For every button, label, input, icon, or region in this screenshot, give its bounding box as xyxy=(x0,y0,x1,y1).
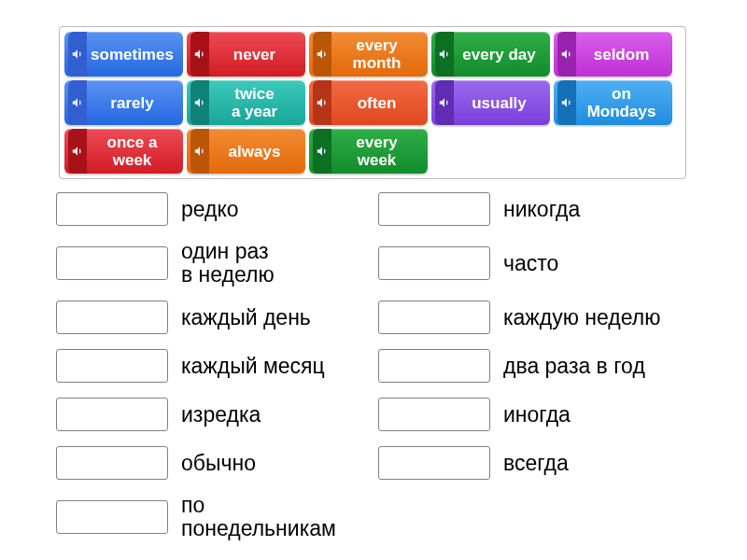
answer-row: никогда xyxy=(378,191,700,227)
answer-label: изредка xyxy=(181,403,261,427)
speaker-icon[interactable] xyxy=(313,32,331,77)
speaker-icon[interactable] xyxy=(313,129,331,174)
drop-target[interactable] xyxy=(378,349,490,383)
answer-label: обычно xyxy=(181,452,256,475)
speaker-icon[interactable] xyxy=(435,80,454,125)
answer-label: всегда xyxy=(503,452,569,475)
answer-row: один раз в неделю xyxy=(56,240,378,287)
answer-row: редко xyxy=(56,191,378,227)
speaker-icon[interactable] xyxy=(313,80,331,125)
word-tile-label: twice a year xyxy=(209,85,305,120)
speaker-icon[interactable] xyxy=(68,129,87,174)
answer-label: каждый месяц xyxy=(181,355,325,378)
word-tile[interactable]: always xyxy=(187,129,305,174)
word-tile-label: every week xyxy=(331,133,428,169)
word-tile[interactable]: every week xyxy=(309,129,428,174)
answer-label: иногда xyxy=(503,403,571,427)
answer-row: обычно xyxy=(56,445,378,481)
answer-row: часто xyxy=(378,240,700,287)
drop-target[interactable] xyxy=(56,500,168,534)
word-tile[interactable]: twice a year xyxy=(187,80,305,125)
drop-target[interactable] xyxy=(56,446,168,480)
speaker-icon[interactable] xyxy=(190,32,209,77)
speaker-icon[interactable] xyxy=(557,80,576,125)
answer-row: каждый день xyxy=(56,300,378,335)
answer-label: редко xyxy=(181,198,239,221)
speaker-icon[interactable] xyxy=(68,32,87,77)
word-tile[interactable]: every day xyxy=(431,32,550,77)
drop-target[interactable] xyxy=(378,246,490,280)
answer-label: каждый день xyxy=(181,306,311,329)
speaker-icon[interactable] xyxy=(190,129,209,174)
word-tile[interactable]: sometimes xyxy=(64,32,183,77)
word-tile[interactable]: never xyxy=(187,32,305,77)
word-tile-label: sometimes xyxy=(87,46,183,63)
answer-row: изредка xyxy=(56,397,378,432)
answer-row: каждый месяц xyxy=(56,348,378,384)
drop-target[interactable] xyxy=(56,192,168,226)
answer-row: иногда xyxy=(378,397,700,432)
drop-target[interactable] xyxy=(378,301,490,334)
word-tile[interactable]: once a week xyxy=(64,129,183,174)
drop-target[interactable] xyxy=(378,446,490,480)
answer-label: один раз в неделю xyxy=(181,240,275,287)
word-tile-label: once a week xyxy=(87,133,183,169)
speaker-icon[interactable] xyxy=(557,32,576,77)
word-tile-label: often xyxy=(331,94,428,112)
word-tile-tray: sometimesneverevery monthevery dayseldom… xyxy=(59,26,686,179)
word-tile[interactable]: seldom xyxy=(554,32,672,77)
answer-label: никогда xyxy=(503,198,580,221)
speaker-icon[interactable] xyxy=(190,80,209,125)
word-tile[interactable]: on Mondays xyxy=(554,80,672,125)
word-tile[interactable]: usually xyxy=(431,80,550,125)
word-tile-label: seldom xyxy=(576,46,672,63)
word-tile[interactable]: every month xyxy=(309,32,428,77)
answer-label: каждую неделю xyxy=(503,306,660,329)
answer-label: по понедельникам xyxy=(181,494,336,540)
drop-target[interactable] xyxy=(56,398,168,431)
word-tile-label: every month xyxy=(331,36,428,72)
answer-row: всегда xyxy=(378,445,700,481)
answer-row: два раза в год xyxy=(378,348,700,384)
word-tile-label: rarely xyxy=(87,94,183,112)
drop-target[interactable] xyxy=(56,246,168,280)
answers-grid: редконикогдаодин раз в неделючастокаждый… xyxy=(56,191,700,553)
drop-target[interactable] xyxy=(378,398,490,431)
answer-label: два раза в год xyxy=(503,355,645,378)
word-tile-label: on Mondays xyxy=(576,85,672,120)
word-tile-label: never xyxy=(209,46,305,63)
answer-row: каждую неделю xyxy=(378,300,700,335)
speaker-icon[interactable] xyxy=(68,80,87,125)
word-tile-label: every day xyxy=(454,46,550,63)
answer-label: часто xyxy=(503,252,558,275)
drop-target[interactable] xyxy=(378,192,490,226)
word-tile[interactable]: rarely xyxy=(64,80,183,125)
speaker-icon[interactable] xyxy=(435,32,454,77)
drop-target[interactable] xyxy=(56,301,168,334)
word-tile-label: usually xyxy=(454,94,550,112)
answer-row: по понедельникам xyxy=(56,494,378,540)
word-tile[interactable]: often xyxy=(309,80,428,125)
drop-target[interactable] xyxy=(56,349,168,383)
word-tile-label: always xyxy=(209,143,305,161)
